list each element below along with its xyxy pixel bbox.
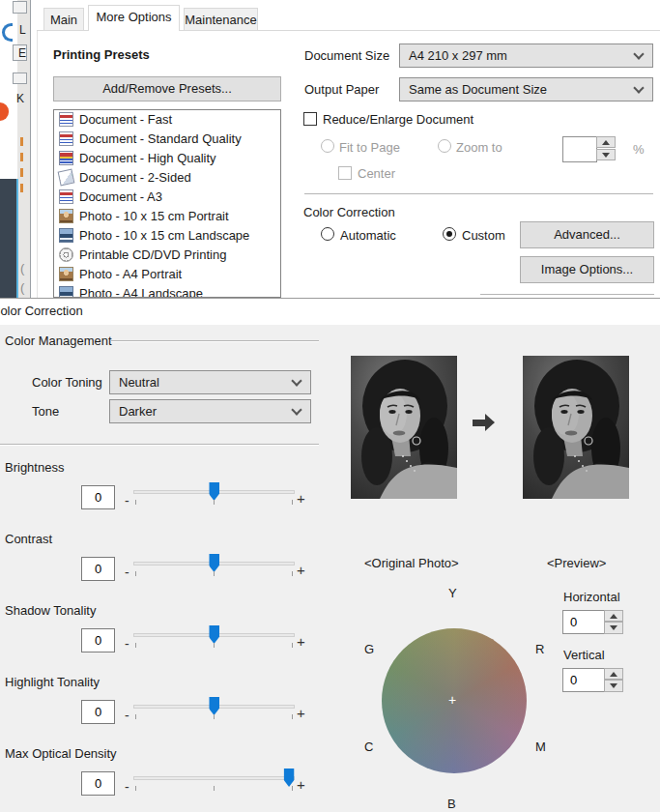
color-toning-value: Neutral [119, 375, 159, 390]
center-checkbox[interactable] [338, 166, 352, 180]
preset-item-photo-10x15-landscape[interactable]: Photo - 10 x 15 cm Landscape [54, 226, 280, 246]
document-2sided-icon [58, 169, 75, 187]
spinner-up-button[interactable] [604, 668, 623, 680]
contrast-label: Contrast [5, 532, 52, 546]
spinner-down-button[interactable] [604, 680, 623, 692]
preset-item-label: Photo - A4 Landscape [79, 284, 203, 298]
spinner-down-button[interactable] [604, 622, 623, 634]
preview-photo [523, 356, 629, 499]
background-dark-panel [0, 179, 16, 298]
color-toning-dropdown[interactable]: Neutral [109, 370, 311, 394]
shadow-tonality-slider-row: Shadow Tonality - + [0, 603, 324, 663]
brightness-slider-track[interactable] [133, 490, 295, 494]
slider-tick [135, 786, 136, 791]
max-optical-density-slider-thumb[interactable] [284, 768, 295, 787]
contrast-slider-thumb[interactable] [209, 554, 219, 572]
tone-dropdown[interactable]: Darker [109, 399, 311, 423]
max-optical-density-slider-track[interactable] [133, 776, 295, 780]
wheel-label-magenta: M [535, 740, 546, 754]
preset-item-photo-a4-landscape[interactable]: Photo - A4 Landscape [54, 284, 280, 298]
photo-portrait-icon [59, 209, 73, 223]
add-remove-presets-label: Add/Remove Presets... [102, 81, 232, 96]
chevron-down-icon [291, 375, 301, 386]
highlight-tonality-slider-thumb[interactable] [209, 697, 219, 715]
zoom-to-label: Zoom to [456, 140, 502, 155]
printing-presets-list[interactable]: Document - Fast Document - Standard Qual… [53, 109, 281, 298]
advanced-button[interactable]: Advanced... [520, 221, 654, 248]
tab-main[interactable]: Main [43, 8, 84, 30]
preset-item-photo-10x15-portrait[interactable]: Photo - 10 x 15 cm Portrait [54, 207, 280, 226]
add-remove-presets-button[interactable]: Add/Remove Presets... [53, 76, 281, 102]
tab-maintenance[interactable]: Maintenance [184, 8, 258, 30]
screenshot-root: L E K ( ( Main More Options Maintenance … [0, 0, 660, 812]
slider-plus-label: + [297, 633, 305, 650]
contrast-input[interactable] [81, 557, 115, 581]
document-size-label: Document Size [304, 48, 389, 63]
preset-item-label: Document - Fast [79, 110, 172, 130]
preset-item-photo-a4-portrait[interactable]: Photo - A4 Portrait [54, 265, 280, 284]
background-box [13, 1, 27, 14]
slider-tick [214, 643, 215, 648]
preview-label: <Preview> [547, 556, 606, 570]
preset-item-document-high-quality[interactable]: Document - High Quality [54, 149, 280, 168]
image-options-button-label: Image Options... [541, 262, 633, 276]
section-divider [0, 444, 319, 445]
shadow-tonality-slider-track[interactable] [133, 633, 295, 637]
preset-item-label: Photo - 10 x 15 cm Landscape [79, 226, 249, 246]
image-options-button[interactable]: Image Options... [520, 256, 654, 283]
max-optical-density-input[interactable] [81, 771, 115, 796]
tab-more-options[interactable]: More Options [88, 5, 180, 31]
max-optical-density-label: Max Optical Density [5, 746, 117, 761]
slider-tick [135, 500, 136, 505]
output-paper-dropdown[interactable]: Same as Document Size [399, 77, 653, 102]
arrow-right-icon [473, 420, 485, 426]
preset-item-document-fast[interactable]: Document - Fast [54, 110, 280, 130]
original-photo [351, 356, 457, 499]
shadow-tonality-input[interactable] [81, 628, 115, 652]
spinner-down-button[interactable] [596, 149, 616, 160]
reduce-enlarge-checkbox[interactable] [303, 112, 317, 126]
slider-minus-label: - [125, 636, 129, 652]
slider-plus-label: + [297, 776, 305, 793]
custom-label: Custom [462, 228, 505, 243]
preset-item-label: Photo - A4 Portrait [79, 265, 182, 284]
horizontal-input[interactable] [562, 610, 605, 634]
slider-plus-label: + [297, 562, 305, 578]
preset-item-cd-dvd[interactable]: Printable CD/DVD Printing [54, 246, 280, 265]
highlight-tonality-slider-row: Highlight Tonality - + [0, 675, 324, 735]
contrast-slider-track[interactable] [133, 562, 295, 566]
background-arc-glyph: ( [20, 280, 24, 295]
custom-radio[interactable] [443, 227, 456, 241]
chevron-down-icon [633, 82, 644, 93]
brightness-slider-thumb[interactable] [209, 482, 219, 501]
brightness-input[interactable] [81, 485, 115, 509]
slider-tick [292, 571, 293, 576]
spinner-up-button[interactable] [604, 610, 623, 622]
highlight-tonality-input[interactable] [81, 700, 115, 724]
color-wheel[interactable]: + [382, 628, 527, 773]
background-orange-mark [20, 153, 23, 161]
color-correction-dialog-titlebar[interactable] [0, 298, 660, 325]
fit-to-page-radio[interactable] [321, 139, 334, 153]
triangle-up-icon [610, 672, 617, 677]
slider-tick [292, 500, 293, 505]
section-divider [304, 193, 653, 194]
zoom-percent-input[interactable] [562, 136, 597, 162]
slider-tick [292, 714, 293, 719]
fit-to-page-label: Fit to Page [339, 140, 400, 155]
preset-item-label: Document - 2-Sided [79, 168, 191, 188]
cd-icon [59, 247, 73, 262]
document-size-dropdown[interactable]: A4 210 x 297 mm [399, 44, 653, 68]
shadow-tonality-slider-thumb[interactable] [209, 625, 219, 644]
spinner-up-button[interactable] [596, 136, 616, 148]
zoom-to-radio[interactable] [438, 139, 451, 153]
highlight-tonality-slider-track[interactable] [133, 705, 295, 709]
automatic-radio[interactable] [321, 227, 334, 241]
slider-tick [135, 714, 136, 719]
tab-main-label: Main [50, 13, 77, 27]
advanced-button-label: Advanced... [554, 227, 620, 242]
preset-item-document-a3[interactable]: Document - A3 [54, 188, 280, 207]
preset-item-document-2sided[interactable]: Document - 2-Sided [54, 168, 280, 188]
preset-item-document-standard[interactable]: Document - Standard Quality [54, 130, 280, 149]
vertical-input[interactable] [562, 668, 605, 692]
